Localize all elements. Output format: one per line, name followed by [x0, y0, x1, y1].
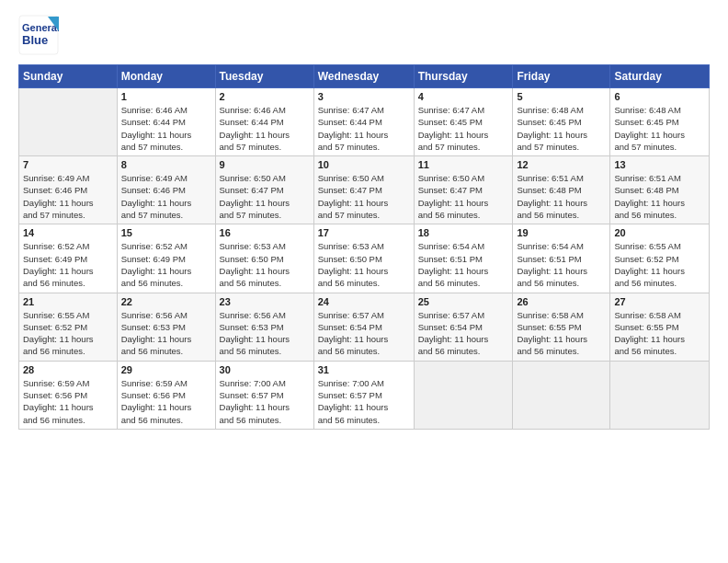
day-number: 12 [517, 159, 606, 170]
day-number: 11 [418, 159, 509, 170]
day-number: 26 [517, 296, 606, 307]
logo: General Blue [18, 15, 59, 55]
day-info: Sunrise: 6:56 AMSunset: 6:53 PMDaylight:… [121, 309, 211, 358]
day-info: Sunrise: 6:51 AMSunset: 6:48 PMDaylight:… [517, 172, 606, 221]
day-number: 9 [220, 159, 310, 170]
logo-svg: General Blue [18, 15, 59, 55]
day-number: 13 [614, 159, 705, 170]
day-number: 10 [318, 159, 410, 170]
day-number: 29 [121, 364, 211, 375]
day-number: 19 [517, 227, 606, 238]
day-info: Sunrise: 6:59 AMSunset: 6:56 PMDaylight:… [23, 377, 113, 426]
calendar-cell: 30Sunrise: 7:00 AMSunset: 6:57 PMDayligh… [215, 361, 313, 429]
day-number: 27 [614, 296, 705, 307]
calendar-cell: 25Sunrise: 6:57 AMSunset: 6:54 PMDayligh… [414, 293, 513, 361]
day-info: Sunrise: 6:50 AMSunset: 6:47 PMDaylight:… [318, 172, 410, 221]
calendar-header: SundayMondayTuesdayWednesdayThursdayFrid… [19, 65, 710, 88]
day-number: 16 [220, 227, 310, 238]
calendar-cell: 1Sunrise: 6:46 AMSunset: 6:44 PMDaylight… [117, 88, 215, 156]
calendar-cell: 28Sunrise: 6:59 AMSunset: 6:56 PMDayligh… [19, 361, 118, 429]
day-info: Sunrise: 6:50 AMSunset: 6:47 PMDaylight:… [418, 172, 509, 221]
day-number: 30 [220, 364, 310, 375]
calendar-table: SundayMondayTuesdayWednesdayThursdayFrid… [18, 64, 710, 430]
calendar-cell [19, 88, 118, 156]
day-info: Sunrise: 6:55 AMSunset: 6:52 PMDaylight:… [614, 240, 705, 289]
calendar-week-2: 7Sunrise: 6:49 AMSunset: 6:46 PMDaylight… [19, 156, 710, 224]
calendar-cell: 13Sunrise: 6:51 AMSunset: 6:48 PMDayligh… [610, 156, 710, 224]
calendar-cell [513, 361, 610, 429]
calendar-cell: 31Sunrise: 7:00 AMSunset: 6:57 PMDayligh… [313, 361, 414, 429]
day-number: 7 [23, 159, 113, 170]
day-number: 17 [318, 227, 410, 238]
day-info: Sunrise: 6:49 AMSunset: 6:46 PMDaylight:… [121, 172, 211, 221]
calendar-cell: 27Sunrise: 6:58 AMSunset: 6:55 PMDayligh… [610, 293, 710, 361]
weekday-header-saturday: Saturday [610, 65, 710, 88]
calendar-cell: 29Sunrise: 6:59 AMSunset: 6:56 PMDayligh… [117, 361, 215, 429]
calendar-cell: 18Sunrise: 6:54 AMSunset: 6:51 PMDayligh… [414, 224, 513, 293]
day-info: Sunrise: 6:57 AMSunset: 6:54 PMDaylight:… [318, 309, 410, 358]
day-info: Sunrise: 6:49 AMSunset: 6:46 PMDaylight:… [23, 172, 113, 221]
calendar-cell: 21Sunrise: 6:55 AMSunset: 6:52 PMDayligh… [19, 293, 118, 361]
weekday-header-tuesday: Tuesday [215, 65, 313, 88]
day-info: Sunrise: 7:00 AMSunset: 6:57 PMDaylight:… [220, 377, 310, 426]
calendar-cell: 19Sunrise: 6:54 AMSunset: 6:51 PMDayligh… [513, 224, 610, 293]
day-number: 4 [418, 91, 509, 102]
day-info: Sunrise: 6:48 AMSunset: 6:45 PMDaylight:… [517, 104, 606, 153]
page: General Blue SundayMondayTuesdayWednesda… [0, 0, 728, 563]
day-number: 5 [517, 91, 606, 102]
calendar-week-3: 14Sunrise: 6:52 AMSunset: 6:49 PMDayligh… [19, 224, 710, 293]
calendar-cell: 14Sunrise: 6:52 AMSunset: 6:49 PMDayligh… [19, 224, 118, 293]
day-info: Sunrise: 6:46 AMSunset: 6:44 PMDaylight:… [121, 104, 211, 153]
calendar-cell: 24Sunrise: 6:57 AMSunset: 6:54 PMDayligh… [313, 293, 414, 361]
weekday-header-wednesday: Wednesday [313, 65, 414, 88]
day-number: 25 [418, 296, 509, 307]
day-info: Sunrise: 6:53 AMSunset: 6:50 PMDaylight:… [318, 240, 410, 289]
day-info: Sunrise: 6:46 AMSunset: 6:44 PMDaylight:… [220, 104, 310, 153]
calendar-cell: 23Sunrise: 6:56 AMSunset: 6:53 PMDayligh… [215, 293, 313, 361]
day-info: Sunrise: 6:54 AMSunset: 6:51 PMDaylight:… [517, 240, 606, 289]
day-number: 6 [614, 91, 705, 102]
day-info: Sunrise: 6:55 AMSunset: 6:52 PMDaylight:… [23, 309, 113, 358]
svg-text:Blue: Blue [22, 33, 48, 47]
calendar-week-5: 28Sunrise: 6:59 AMSunset: 6:56 PMDayligh… [19, 361, 710, 429]
calendar-cell: 3Sunrise: 6:47 AMSunset: 6:44 PMDaylight… [313, 88, 414, 156]
day-number: 3 [318, 91, 410, 102]
calendar-cell: 16Sunrise: 6:53 AMSunset: 6:50 PMDayligh… [215, 224, 313, 293]
day-number: 24 [318, 296, 410, 307]
calendar-cell: 2Sunrise: 6:46 AMSunset: 6:44 PMDaylight… [215, 88, 313, 156]
calendar-cell: 4Sunrise: 6:47 AMSunset: 6:45 PMDaylight… [414, 88, 513, 156]
day-info: Sunrise: 6:53 AMSunset: 6:50 PMDaylight:… [220, 240, 310, 289]
day-info: Sunrise: 6:56 AMSunset: 6:53 PMDaylight:… [220, 309, 310, 358]
calendar-cell: 5Sunrise: 6:48 AMSunset: 6:45 PMDaylight… [513, 88, 610, 156]
day-info: Sunrise: 6:50 AMSunset: 6:47 PMDaylight:… [220, 172, 310, 221]
calendar-cell: 9Sunrise: 6:50 AMSunset: 6:47 PMDaylight… [215, 156, 313, 224]
weekday-header-thursday: Thursday [414, 65, 513, 88]
weekday-header-row: SundayMondayTuesdayWednesdayThursdayFrid… [19, 65, 710, 88]
calendar-cell: 11Sunrise: 6:50 AMSunset: 6:47 PMDayligh… [414, 156, 513, 224]
day-number: 1 [121, 91, 211, 102]
calendar-cell: 17Sunrise: 6:53 AMSunset: 6:50 PMDayligh… [313, 224, 414, 293]
day-info: Sunrise: 6:54 AMSunset: 6:51 PMDaylight:… [418, 240, 509, 289]
calendar-body: 1Sunrise: 6:46 AMSunset: 6:44 PMDaylight… [19, 88, 710, 430]
day-info: Sunrise: 6:59 AMSunset: 6:56 PMDaylight:… [121, 377, 211, 426]
calendar-cell: 7Sunrise: 6:49 AMSunset: 6:46 PMDaylight… [19, 156, 118, 224]
day-info: Sunrise: 6:52 AMSunset: 6:49 PMDaylight:… [23, 240, 113, 289]
weekday-header-sunday: Sunday [19, 65, 118, 88]
calendar-cell [610, 361, 710, 429]
day-number: 21 [23, 296, 113, 307]
day-info: Sunrise: 6:58 AMSunset: 6:55 PMDaylight:… [517, 309, 606, 358]
day-info: Sunrise: 6:51 AMSunset: 6:48 PMDaylight:… [614, 172, 705, 221]
calendar-cell: 26Sunrise: 6:58 AMSunset: 6:55 PMDayligh… [513, 293, 610, 361]
day-number: 15 [121, 227, 211, 238]
day-number: 8 [121, 159, 211, 170]
day-number: 2 [220, 91, 310, 102]
calendar-cell: 15Sunrise: 6:52 AMSunset: 6:49 PMDayligh… [117, 224, 215, 293]
calendar-cell: 12Sunrise: 6:51 AMSunset: 6:48 PMDayligh… [513, 156, 610, 224]
calendar-week-4: 21Sunrise: 6:55 AMSunset: 6:52 PMDayligh… [19, 293, 710, 361]
calendar-cell: 10Sunrise: 6:50 AMSunset: 6:47 PMDayligh… [313, 156, 414, 224]
calendar-cell: 6Sunrise: 6:48 AMSunset: 6:45 PMDaylight… [610, 88, 710, 156]
day-info: Sunrise: 6:47 AMSunset: 6:45 PMDaylight:… [418, 104, 509, 153]
day-info: Sunrise: 6:48 AMSunset: 6:45 PMDaylight:… [614, 104, 705, 153]
day-info: Sunrise: 6:57 AMSunset: 6:54 PMDaylight:… [418, 309, 509, 358]
calendar-cell: 22Sunrise: 6:56 AMSunset: 6:53 PMDayligh… [117, 293, 215, 361]
